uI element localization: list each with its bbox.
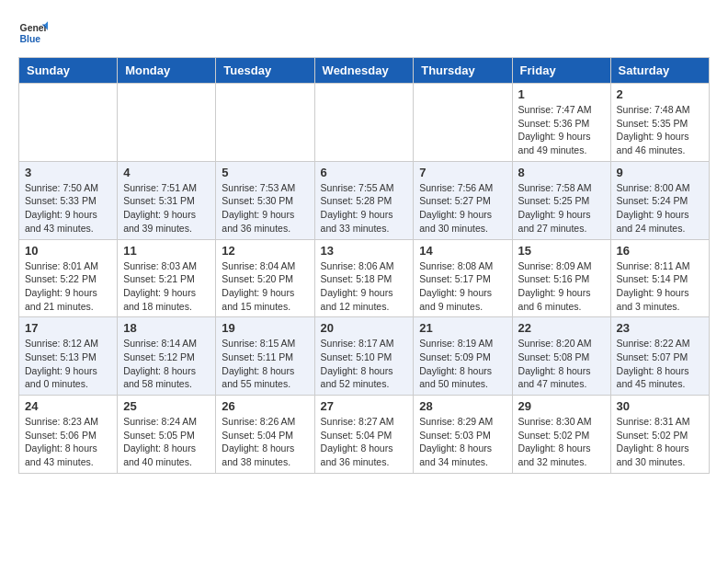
calendar-cell: 10Sunrise: 8:01 AM Sunset: 5:22 PM Dayli… [19, 239, 118, 317]
week-row-5: 24Sunrise: 8:23 AM Sunset: 5:06 PM Dayli… [19, 396, 710, 474]
day-info: Sunrise: 8:08 AM Sunset: 5:17 PM Dayligh… [419, 259, 506, 314]
week-row-2: 3Sunrise: 7:50 AM Sunset: 5:33 PM Daylig… [19, 161, 710, 239]
calendar-cell: 25Sunrise: 8:24 AM Sunset: 5:05 PM Dayli… [118, 396, 216, 474]
day-info: Sunrise: 7:53 AM Sunset: 5:30 PM Dayligh… [222, 181, 308, 236]
weekday-header-thursday: Thursday [414, 58, 512, 84]
day-info: Sunrise: 8:00 AM Sunset: 5:24 PM Dayligh… [617, 181, 703, 236]
day-number: 30 [617, 399, 703, 413]
day-info: Sunrise: 8:27 AM Sunset: 5:04 PM Dayligh… [321, 415, 408, 469]
day-info: Sunrise: 7:48 AM Sunset: 5:35 PM Dayligh… [617, 103, 703, 157]
weekday-header-row: SundayMondayTuesdayWednesdayThursdayFrid… [19, 58, 710, 84]
day-number: 18 [123, 321, 210, 335]
day-info: Sunrise: 8:03 AM Sunset: 5:21 PM Dayligh… [123, 259, 210, 314]
day-number: 11 [123, 244, 210, 258]
day-info: Sunrise: 8:20 AM Sunset: 5:08 PM Dayligh… [518, 337, 605, 391]
day-info: Sunrise: 8:11 AM Sunset: 5:14 PM Dayligh… [617, 259, 703, 314]
calendar-cell [414, 84, 512, 162]
day-number: 8 [518, 166, 605, 179]
calendar-cell: 6Sunrise: 7:55 AM Sunset: 5:28 PM Daylig… [314, 161, 414, 239]
day-number: 10 [25, 244, 111, 258]
calendar-cell: 9Sunrise: 8:00 AM Sunset: 5:24 PM Daylig… [610, 161, 709, 239]
calendar-table: SundayMondayTuesdayWednesdayThursdayFrid… [18, 57, 710, 474]
calendar-cell: 23Sunrise: 8:22 AM Sunset: 5:07 PM Dayli… [610, 317, 709, 396]
day-info: Sunrise: 8:14 AM Sunset: 5:12 PM Dayligh… [123, 337, 210, 391]
day-info: Sunrise: 8:24 AM Sunset: 5:05 PM Dayligh… [123, 415, 210, 469]
day-number: 6 [321, 166, 408, 179]
calendar-cell: 17Sunrise: 8:12 AM Sunset: 5:13 PM Dayli… [19, 317, 118, 396]
calendar-cell: 30Sunrise: 8:31 AM Sunset: 5:02 PM Dayli… [610, 396, 709, 474]
weekday-header-sunday: Sunday [19, 58, 118, 84]
day-number: 22 [518, 321, 605, 335]
day-number: 26 [222, 399, 308, 413]
day-number: 12 [222, 244, 308, 258]
calendar-cell: 24Sunrise: 8:23 AM Sunset: 5:06 PM Dayli… [19, 396, 118, 474]
calendar-cell: 27Sunrise: 8:27 AM Sunset: 5:04 PM Dayli… [314, 396, 414, 474]
day-info: Sunrise: 8:15 AM Sunset: 5:11 PM Dayligh… [222, 337, 308, 391]
day-info: Sunrise: 7:47 AM Sunset: 5:36 PM Dayligh… [518, 103, 605, 157]
day-number: 2 [617, 87, 703, 101]
day-number: 1 [518, 87, 605, 101]
day-number: 4 [123, 166, 210, 179]
week-row-1: 1Sunrise: 7:47 AM Sunset: 5:36 PM Daylig… [19, 84, 710, 162]
calendar-cell [314, 84, 414, 162]
calendar-cell: 3Sunrise: 7:50 AM Sunset: 5:33 PM Daylig… [19, 161, 118, 239]
day-number: 3 [25, 166, 111, 179]
day-info: Sunrise: 8:26 AM Sunset: 5:04 PM Dayligh… [222, 415, 308, 469]
calendar-cell: 8Sunrise: 7:58 AM Sunset: 5:25 PM Daylig… [512, 161, 610, 239]
day-info: Sunrise: 7:58 AM Sunset: 5:25 PM Dayligh… [518, 181, 605, 236]
day-info: Sunrise: 8:30 AM Sunset: 5:02 PM Dayligh… [518, 415, 605, 469]
day-number: 24 [25, 399, 111, 413]
day-number: 16 [617, 244, 703, 258]
day-info: Sunrise: 7:56 AM Sunset: 5:27 PM Dayligh… [419, 181, 506, 236]
logo: General Blue [18, 18, 48, 48]
day-info: Sunrise: 8:22 AM Sunset: 5:07 PM Dayligh… [617, 337, 703, 391]
day-info: Sunrise: 8:17 AM Sunset: 5:10 PM Dayligh… [321, 337, 408, 391]
day-number: 20 [321, 321, 408, 335]
day-number: 28 [419, 399, 506, 413]
day-number: 29 [518, 399, 605, 413]
day-number: 15 [518, 244, 605, 258]
calendar-cell [118, 84, 216, 162]
day-number: 19 [222, 321, 308, 335]
calendar-cell: 19Sunrise: 8:15 AM Sunset: 5:11 PM Dayli… [216, 317, 314, 396]
calendar-cell: 11Sunrise: 8:03 AM Sunset: 5:21 PM Dayli… [118, 239, 216, 317]
calendar-cell: 29Sunrise: 8:30 AM Sunset: 5:02 PM Dayli… [512, 396, 610, 474]
day-info: Sunrise: 8:12 AM Sunset: 5:13 PM Dayligh… [25, 337, 111, 391]
day-info: Sunrise: 8:01 AM Sunset: 5:22 PM Dayligh… [25, 259, 111, 314]
weekday-header-monday: Monday [118, 58, 216, 84]
week-row-3: 10Sunrise: 8:01 AM Sunset: 5:22 PM Dayli… [19, 239, 710, 317]
calendar-cell: 20Sunrise: 8:17 AM Sunset: 5:10 PM Dayli… [314, 317, 414, 396]
day-number: 14 [419, 244, 506, 258]
calendar-cell: 1Sunrise: 7:47 AM Sunset: 5:36 PM Daylig… [512, 84, 610, 162]
day-number: 5 [222, 166, 308, 179]
calendar-cell [216, 84, 314, 162]
page-header: General Blue [18, 18, 710, 48]
weekday-header-saturday: Saturday [610, 58, 709, 84]
calendar-cell: 4Sunrise: 7:51 AM Sunset: 5:31 PM Daylig… [118, 161, 216, 239]
day-info: Sunrise: 8:04 AM Sunset: 5:20 PM Dayligh… [222, 259, 308, 314]
day-number: 17 [25, 321, 111, 335]
day-number: 25 [123, 399, 210, 413]
weekday-header-friday: Friday [512, 58, 610, 84]
week-row-4: 17Sunrise: 8:12 AM Sunset: 5:13 PM Dayli… [19, 317, 710, 396]
calendar-cell: 22Sunrise: 8:20 AM Sunset: 5:08 PM Dayli… [512, 317, 610, 396]
day-info: Sunrise: 7:50 AM Sunset: 5:33 PM Dayligh… [25, 181, 111, 236]
day-info: Sunrise: 8:09 AM Sunset: 5:16 PM Dayligh… [518, 259, 605, 314]
calendar-cell: 28Sunrise: 8:29 AM Sunset: 5:03 PM Dayli… [414, 396, 512, 474]
day-number: 7 [419, 166, 506, 179]
day-info: Sunrise: 7:51 AM Sunset: 5:31 PM Dayligh… [123, 181, 210, 236]
day-number: 9 [617, 166, 703, 179]
calendar-cell: 21Sunrise: 8:19 AM Sunset: 5:09 PM Dayli… [414, 317, 512, 396]
calendar-cell: 16Sunrise: 8:11 AM Sunset: 5:14 PM Dayli… [610, 239, 709, 317]
calendar-cell: 13Sunrise: 8:06 AM Sunset: 5:18 PM Dayli… [314, 239, 414, 317]
calendar-cell [19, 84, 118, 162]
calendar-cell: 18Sunrise: 8:14 AM Sunset: 5:12 PM Dayli… [118, 317, 216, 396]
calendar-cell: 2Sunrise: 7:48 AM Sunset: 5:35 PM Daylig… [610, 84, 709, 162]
svg-text:Blue: Blue [20, 34, 41, 44]
calendar-cell: 12Sunrise: 8:04 AM Sunset: 5:20 PM Dayli… [216, 239, 314, 317]
day-info: Sunrise: 8:19 AM Sunset: 5:09 PM Dayligh… [419, 337, 506, 391]
day-info: Sunrise: 7:55 AM Sunset: 5:28 PM Dayligh… [321, 181, 408, 236]
calendar-cell: 26Sunrise: 8:26 AM Sunset: 5:04 PM Dayli… [216, 396, 314, 474]
day-number: 21 [419, 321, 506, 335]
day-number: 27 [321, 399, 408, 413]
